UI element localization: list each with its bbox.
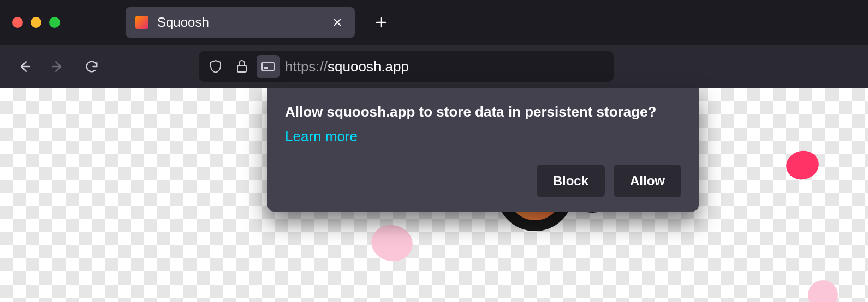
allow-button[interactable]: Allow (614, 165, 681, 197)
block-button[interactable]: Block (537, 165, 605, 197)
arrow-right-icon (50, 58, 66, 75)
tab-favicon (135, 16, 148, 29)
address-bar[interactable]: https://squoosh.app (199, 51, 614, 82)
permission-prompt-actions: Block Allow (285, 165, 681, 197)
window-minimize-button[interactable] (31, 17, 41, 28)
site-permissions-button[interactable] (257, 55, 280, 78)
browser-tab-bar: Squoosh (0, 0, 868, 45)
site-security-button[interactable] (230, 55, 253, 78)
new-tab-button[interactable] (370, 11, 392, 33)
close-icon (332, 17, 343, 28)
shield-icon (209, 59, 222, 74)
permission-prompt-title: Allow squoosh.app to store data in persi… (285, 104, 681, 120)
reload-button[interactable] (78, 52, 106, 81)
svg-rect-0 (237, 65, 246, 72)
svg-rect-1 (262, 62, 274, 71)
reload-icon (84, 59, 99, 74)
window-close-button[interactable] (12, 17, 23, 28)
tab-close-button[interactable] (330, 15, 345, 30)
permission-prompt: Allow squoosh.app to store data in persi… (267, 88, 699, 212)
url-domain: squoosh.app (328, 58, 409, 75)
tracking-protection-button[interactable] (204, 55, 227, 78)
decorative-blob (808, 280, 838, 302)
window-fullscreen-button[interactable] (49, 17, 60, 28)
plus-icon (374, 16, 388, 29)
url-protocol: https:// (285, 58, 328, 75)
browser-tab[interactable]: Squoosh (126, 7, 355, 38)
url-text: https://squoosh.app (285, 58, 409, 75)
forward-button[interactable] (44, 52, 72, 81)
window-controls (12, 17, 60, 28)
lock-icon (236, 59, 248, 74)
arrow-left-icon (16, 58, 32, 75)
decorative-blob (368, 222, 415, 264)
decorative-blob (783, 148, 822, 182)
permissions-icon (261, 61, 275, 72)
tab-title: Squoosh (157, 15, 321, 30)
back-button[interactable] (10, 52, 38, 81)
browser-toolbar: https://squoosh.app (0, 45, 868, 88)
learn-more-link[interactable]: Learn more (285, 128, 358, 145)
svg-rect-2 (264, 67, 268, 69)
